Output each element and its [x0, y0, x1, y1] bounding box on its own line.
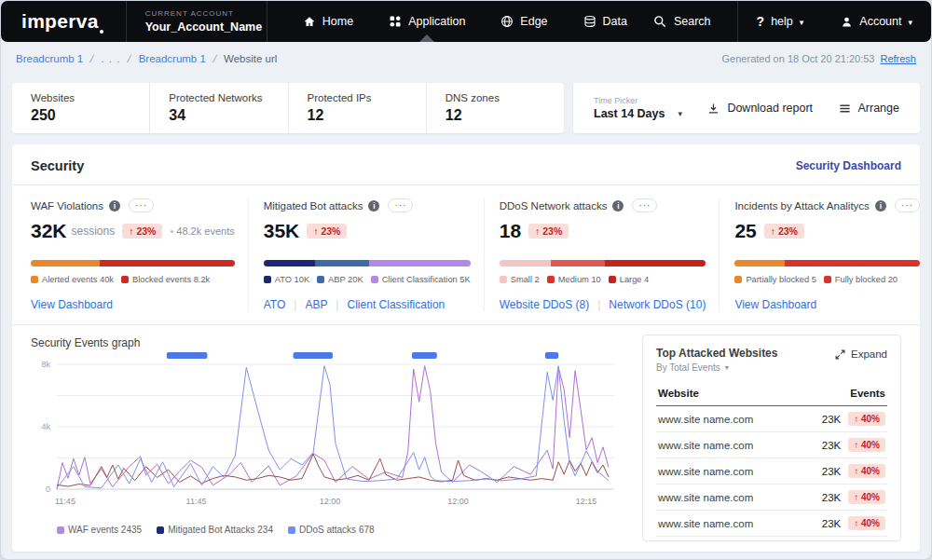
card-link[interactable]: View Dashboard	[734, 298, 816, 311]
attack-annotation-bar[interactable]	[167, 352, 208, 359]
current-account-switcher[interactable]: CURRENT ACCOUNT Your_Account_Name	[126, 1, 267, 42]
table-row[interactable]: www.site name.com23K↑ 40%	[656, 458, 887, 485]
security-dashboard-link[interactable]: Security Dashboard	[796, 159, 901, 172]
y-tick-label: 8k	[41, 360, 50, 369]
card-link[interactable]: View Dashboard	[31, 298, 113, 311]
top-attacked-websites-panel: Top Attacked Websites By Total Events ▾ …	[642, 335, 901, 541]
sort-label: By Total Events	[656, 362, 720, 373]
events-cell: 23K↑ 40%	[822, 438, 885, 452]
breadcrumb-item: . . .	[101, 53, 120, 64]
events-line-chart: 8k4k011:4511:4512:0012:0012:15	[31, 349, 627, 521]
card-links: View Dashboard	[31, 298, 235, 311]
account-menu[interactable]: Account ▾	[822, 1, 931, 42]
attack-annotation-bar[interactable]	[294, 352, 333, 359]
card-link[interactable]: Website DDoS (8)	[500, 298, 589, 311]
imperva-logo[interactable]: imperva	[1, 1, 126, 42]
info-icon[interactable]: i	[368, 200, 379, 212]
info-icon[interactable]: i	[109, 200, 120, 212]
arrange-button[interactable]: Arrange	[839, 102, 899, 115]
card-value-row: 18↑ 23%	[500, 218, 706, 243]
table-header: Website Events	[656, 384, 887, 406]
events-trend-badge: ↑ 40%	[848, 516, 885, 530]
legend-label: Alerted events 40k	[42, 275, 114, 284]
website-cell[interactable]: www.site name.com	[658, 440, 753, 451]
card-title-row: Incidents by Attack Analitycsi···	[734, 198, 919, 212]
legend-swatch	[121, 276, 129, 283]
refresh-link[interactable]: Refresh	[880, 53, 916, 64]
nav-item-application[interactable]: Application	[389, 1, 465, 42]
table-row[interactable]: www.site name.com23K↑ 40%	[656, 406, 887, 432]
metric-extra: 48.2k events	[170, 225, 234, 237]
events-trend-badge: ↑ 40%	[848, 438, 885, 452]
arrange-label: Arrange	[858, 102, 899, 115]
website-cell[interactable]: www.site name.com	[658, 414, 753, 425]
nav-item-home[interactable]: Home	[303, 1, 353, 42]
metric-card-mitigated-bot-attacks: Mitigated Bot attacksi···35K↑ 23%ATO 10K…	[249, 198, 485, 311]
card-link[interactable]: ATO	[264, 298, 286, 311]
metric-value: 18	[500, 220, 521, 242]
expand-button[interactable]: Expand	[835, 348, 887, 360]
legend-swatch	[288, 526, 295, 534]
current-account-label: CURRENT ACCOUNT	[145, 9, 248, 18]
card-value-row: 35K↑ 23%	[264, 218, 471, 243]
nav-item-edge[interactable]: Edge	[500, 1, 547, 42]
table-row[interactable]: www.site name.com23K↑ 40%	[656, 511, 887, 537]
legend-swatch	[57, 526, 64, 534]
card-link[interactable]: ABP	[305, 298, 327, 311]
metric-value: 25	[734, 220, 756, 242]
more-options-button[interactable]: ···	[632, 198, 657, 212]
info-icon[interactable]: i	[612, 200, 624, 212]
bar-segment	[264, 260, 316, 266]
download-icon	[707, 102, 720, 115]
chevron-down-icon: ▾	[908, 18, 912, 27]
card-title-row: DDoS Network attacksi···	[500, 198, 706, 212]
events-value: 23K	[822, 440, 841, 451]
x-tick-label: 12:00	[447, 497, 469, 506]
legend-item: Client Classification 5K	[371, 275, 471, 284]
sort-selector[interactable]: By Total Events ▾	[656, 362, 777, 373]
stat-label: Websites	[31, 92, 130, 103]
nav-item-data[interactable]: Data	[583, 1, 627, 42]
time-picker[interactable]: Time Picker Last 14 Days ▾	[594, 96, 682, 120]
attack-annotation-bar[interactable]	[412, 352, 437, 359]
legend-label: Small 2	[511, 275, 540, 284]
metric-value: 35K	[264, 220, 300, 242]
trend-badge: ↑ 23%	[764, 224, 804, 239]
stat-protected-networks[interactable]: Protected Networks34	[150, 83, 288, 133]
current-account-name: Your_Account_Name	[145, 20, 248, 34]
more-options-button[interactable]: ···	[388, 198, 413, 212]
attack-annotation-bar[interactable]	[545, 352, 558, 359]
more-options-button[interactable]: ···	[895, 198, 920, 212]
stacked-bar	[500, 260, 706, 266]
help-menu[interactable]: ? help ▾	[738, 1, 823, 42]
breadcrumb-item[interactable]: Breadcrumb 1	[16, 53, 83, 64]
breadcrumb-item[interactable]: Breadcrumb 1	[139, 53, 206, 64]
website-cell[interactable]: www.site name.com	[658, 466, 753, 477]
chevron-down-icon: ▾	[678, 109, 682, 118]
legend-item: Blocked events 8.2k	[121, 275, 210, 284]
legend-swatch	[609, 276, 616, 283]
card-link[interactable]: Client Classification	[348, 298, 445, 311]
table-row[interactable]: www.site name.com23K↑ 40%	[656, 485, 887, 511]
metric-cards-row: WAF Violationsi···32Ksessions↑ 23%48.2k …	[12, 185, 920, 325]
legend-swatch	[500, 276, 507, 283]
card-link[interactable]: Network DDoS (10)	[609, 298, 706, 311]
stat-dns-zones[interactable]: DNS zones12	[427, 83, 564, 133]
column-events: Events	[850, 388, 885, 399]
logo-text: imperva	[21, 10, 99, 33]
legend-label: Partially blocked 5	[746, 275, 816, 284]
trend-badge: ↑ 23%	[122, 224, 162, 239]
stat-protected-ips[interactable]: Protected IPs12	[289, 83, 427, 133]
website-cell[interactable]: www.site name.com	[658, 492, 753, 503]
website-cell[interactable]: www.site name.com	[658, 518, 753, 529]
bar-segment	[785, 260, 920, 266]
info-icon[interactable]: i	[875, 200, 886, 212]
stat-websites[interactable]: Websites250	[12, 83, 150, 133]
download-report-button[interactable]: Download report	[707, 102, 813, 115]
more-options-button[interactable]: ···	[129, 198, 154, 212]
stat-label: Protected IPs	[308, 92, 407, 103]
table-row[interactable]: www.site name.com23K↑ 40%	[656, 432, 887, 458]
legend-swatch	[734, 276, 742, 283]
search-button[interactable]: Search	[627, 1, 737, 42]
legend-item: ABP 20K	[317, 275, 363, 284]
